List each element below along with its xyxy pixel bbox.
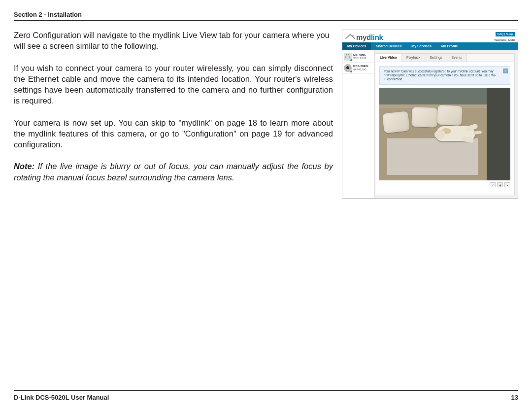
- tab-events[interactable]: Events: [447, 54, 467, 62]
- control-dropdown[interactable]: ▾: [504, 182, 510, 187]
- notice-text: Your new IP Cam was successfully registe…: [384, 69, 496, 81]
- nav-my-services[interactable]: My Services: [406, 42, 436, 50]
- mydlink-screenshot: mydlink FAQ | Supp Welcome, Meht My Devi…: [342, 30, 518, 199]
- house-icon: [345, 34, 355, 41]
- manual-title: D-Link DCS-5020L User Manual: [14, 394, 109, 401]
- tab-live-video[interactable]: Live Video: [375, 54, 402, 62]
- router-icon: [344, 53, 352, 61]
- control-button[interactable]: ⤢: [490, 182, 496, 187]
- paragraph-2: If you wish to connect your camera to yo…: [14, 63, 333, 106]
- camera-icon: [344, 64, 352, 72]
- device-name: DCS-5020L: [353, 65, 369, 68]
- brand-my: my: [356, 33, 366, 41]
- welcome-text: Welcome, Meht: [494, 38, 515, 41]
- nav-my-devices[interactable]: My Devices: [342, 42, 371, 50]
- live-video-frame: [379, 88, 510, 180]
- device-name: DIR-605L: [353, 53, 366, 57]
- header-rule: Section 2 - Installation: [14, 11, 518, 21]
- device-id: 20013062: [353, 57, 366, 60]
- video-controls: ⤢ ◉ ▾: [379, 182, 510, 187]
- device-id: 44441290: [353, 68, 369, 71]
- content-tabs: Live Video Playback Settings Events: [375, 54, 514, 62]
- note-label: Note:: [14, 162, 34, 171]
- device-sidebar: DIR-605L 20013062 DCS-5020L 44441290: [342, 50, 375, 198]
- page-number: 13: [511, 394, 518, 401]
- section-title: Section 2 - Installation: [14, 11, 518, 18]
- brand-dlink: dlink: [366, 33, 383, 41]
- close-icon[interactable]: ×: [503, 68, 508, 73]
- main-panel: Live Video Playback Settings Events Your…: [375, 53, 515, 195]
- note-text: If the live image is blurry or out of fo…: [14, 162, 333, 181]
- svg-rect-0: [353, 34, 354, 36]
- dog-on-couch: [436, 126, 475, 141]
- status-dot-icon: [350, 70, 353, 73]
- page-footer: D-Link DCS-5020L User Manual 13: [14, 390, 518, 401]
- tab-playback[interactable]: Playback: [402, 54, 425, 62]
- registration-notice: Your new IP Cam was successfully registe…: [379, 66, 510, 85]
- tab-settings[interactable]: Settings: [425, 54, 447, 62]
- status-dot-icon: [350, 59, 353, 62]
- nav-shared-devices[interactable]: Shared Devices: [371, 42, 406, 50]
- paragraph-1: Zero Configuration will navigate to the …: [14, 30, 333, 52]
- nav-my-profile[interactable]: My Profile: [436, 42, 463, 50]
- body-text-column: Zero Configuration will navigate to the …: [14, 30, 333, 199]
- mydlink-logo: mydlink: [345, 34, 383, 42]
- device-item-router[interactable]: DIR-605L 20013062: [342, 51, 374, 63]
- control-button[interactable]: ◉: [497, 182, 503, 187]
- device-item-camera[interactable]: DCS-5020L 44441290: [342, 63, 374, 74]
- main-nav: My Devices Shared Devices My Services My…: [342, 42, 518, 50]
- paragraph-3: Your camera is now set up. You can skip …: [14, 117, 333, 150]
- faq-link[interactable]: FAQ | Supp: [496, 32, 515, 36]
- note-paragraph: Note: If the live image is blurry or out…: [14, 161, 333, 183]
